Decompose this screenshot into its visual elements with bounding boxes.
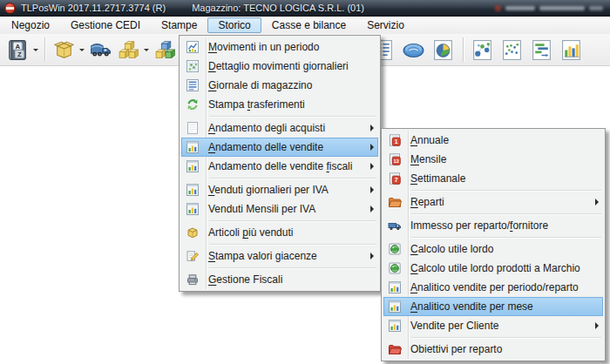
svg-text:12: 12 — [393, 158, 398, 164]
menu-item-obiettivi-per-reparto[interactable]: Obiettivi per reparto — [383, 340, 603, 359]
chart-doc-icon — [186, 40, 200, 54]
plu-oval-icon — [402, 38, 425, 62]
menu-item-vendite-per-cliente[interactable]: Vendite per Cliente — [383, 316, 603, 335]
menubar: NegozioGestione CEDIStampeStoricoCasse e… — [0, 17, 610, 34]
menu-item-dettaglio-movimenti-giornalieri[interactable]: Dettaglio movimenti giornalieri — [181, 57, 378, 76]
menu-item-andamento-degli-acquisti[interactable]: Andamento degli acquisti — [181, 118, 378, 138]
dropdown-arrow-icon[interactable] — [31, 36, 40, 64]
note-pencil-icon — [186, 249, 200, 263]
window-title: TLPosWin 2017.11.2717.3774 (R) — [21, 3, 166, 13]
menu-item-stampa-trasferimenti[interactable]: Stampa trasferimenti — [181, 95, 378, 114]
menu-item-label: Mensile — [410, 153, 599, 165]
menu-separator — [209, 116, 376, 117]
menu-item-label: Annuale — [410, 134, 599, 146]
submenu-arrow-icon — [595, 322, 599, 329]
menu-item-andamento-delle-vendite-fiscali[interactable]: Andamento delle vendite fiscali — [181, 157, 378, 176]
dropdown-arrow-icon[interactable] — [78, 36, 86, 64]
menubar-item-negozio[interactable]: Negozio — [1, 17, 60, 33]
toolbar-button-gantt-chart[interactable] — [527, 36, 555, 64]
truck-sm-icon — [388, 219, 402, 233]
submenu-arrow-icon — [370, 125, 374, 131]
menu-item-label: Reparti — [410, 196, 590, 208]
background-window-ghost — [495, 3, 603, 14]
menu-item-label: Obiettivi per reparto — [410, 343, 599, 355]
menu-item-label: Stampa trasferimenti — [208, 98, 374, 111]
andamento-vendite-submenu: 1Annuale12Mensile7SettimanaleRepartiImme… — [381, 128, 606, 361]
scatter-chart-icon — [500, 38, 524, 62]
calendar-week-icon: 7 — [388, 172, 402, 185]
dropdown-arrow-icon[interactable] — [142, 36, 151, 64]
toolbar-button-plu-oval[interactable] — [399, 36, 427, 64]
cubes-yellow-icon — [117, 38, 140, 62]
storico-dropdown-menu: Movimenti in un periodoDettaglio movimen… — [179, 35, 381, 292]
toolbar-button-bar-chart-doc[interactable] — [557, 36, 585, 64]
toolbar-button-package[interactable] — [50, 36, 78, 64]
profit-globe-icon — [388, 242, 402, 256]
app-icon[interactable] — [4, 3, 16, 14]
toolbar-button-pie-chart[interactable] — [429, 36, 457, 64]
menu-separator — [209, 220, 376, 221]
menu-item-label: Articoli più venduti — [208, 226, 374, 239]
menu-item-label: Andamento degli acquisti — [208, 122, 365, 134]
menu-separator — [411, 337, 601, 338]
menu-item-stampa-valori-giacenze[interactable]: Stampa valori giacenze — [181, 246, 378, 266]
menu-item-mensile[interactable]: 12Mensile — [383, 150, 603, 169]
menu-item-label: Calcolo utile lordo prodotti a Marchio — [410, 262, 599, 274]
package-icon — [52, 38, 76, 62]
menu-item-calcolo-utile-lordo-prodotti-a-marchio[interactable]: Calcolo utile lordo prodotti a Marchio — [383, 259, 603, 278]
menu-item-label: Analitico vendite per mese — [410, 300, 599, 313]
toolbar-right-group — [369, 34, 586, 65]
menu-separator — [209, 178, 376, 179]
menu-item-reparti[interactable]: Reparti — [383, 192, 603, 212]
calendar-month-icon: 12 — [388, 152, 402, 166]
menu-item-calcolo-utile-lordo[interactable]: Calcolo utile lordo — [383, 239, 603, 259]
menubar-item-storico[interactable]: Storico — [207, 17, 261, 33]
transfer-arrows-icon — [186, 98, 200, 111]
menu-item-analitico-vendite-per-periodo-reparto[interactable]: Analitico vendite per periodo/reparto — [383, 278, 603, 297]
toolbar-button-scatter-chart[interactable] — [498, 36, 525, 64]
menu-item-analitico-vendite-per-mese[interactable]: Analitico vendite per mese — [383, 297, 603, 316]
cubes-multi-icon — [153, 38, 177, 62]
bar-chart-doc-icon — [559, 38, 583, 62]
menubar-item-gestione-cedi[interactable]: Gestione CEDI — [60, 17, 151, 33]
menu-item-movimenti-in-un-periodo[interactable]: Movimenti in un periodo — [181, 37, 378, 57]
toolbar-button-az-book[interactable]: AZ — [3, 36, 31, 64]
menu-item-settimanale[interactable]: 7Settimanale — [383, 169, 603, 188]
menu-item-annuale[interactable]: 1Annuale — [383, 131, 603, 150]
menu-item-articoli-pi-venduti[interactable]: Articoli più venduti — [181, 223, 378, 242]
bar-chart-icon — [186, 140, 200, 154]
svg-text:1: 1 — [395, 138, 398, 145]
svg-text:A: A — [15, 42, 20, 50]
toolbar-button-bubble-chart[interactable] — [468, 36, 496, 64]
toolbar-button-truck[interactable] — [86, 36, 114, 64]
menu-item-label: Giornale di magazzino — [208, 79, 374, 91]
menu-item-label: Venduti Mensili per IVA — [208, 203, 365, 215]
bar-chart-icon — [388, 300, 402, 313]
menu-item-giornale-di-magazzino[interactable]: Giornale di magazzino — [181, 76, 378, 95]
toolbar-button-cubes-yellow[interactable] — [114, 36, 142, 64]
menu-item-andamento-delle-vendite[interactable]: Andamento delle vendite — [181, 138, 378, 157]
menu-item-gestione-fiscali[interactable]: Gestione Fiscali — [181, 270, 378, 289]
menu-item-venduti-mensili-per-iva[interactable]: Venduti Mensili per IVA — [181, 199, 378, 219]
titlebar: TLPosWin 2017.11.2717.3774 (R) Magazzino… — [0, 0, 610, 17]
grid-dots-icon — [186, 59, 200, 73]
toolbar-button-cubes-multi[interactable] — [151, 36, 179, 64]
menu-separator — [209, 267, 376, 268]
pie-chart-icon — [431, 38, 455, 62]
menu-separator — [209, 244, 376, 245]
blank-doc-icon — [186, 121, 200, 135]
menubar-item-casse-e-bilance[interactable]: Casse e bilance — [261, 17, 356, 33]
menubar-item-servizio[interactable]: Servizio — [356, 17, 415, 33]
menu-item-label: Settimanale — [410, 172, 599, 185]
submenu-arrow-icon — [370, 144, 374, 151]
menubar-item-stampe[interactable]: Stampe — [151, 17, 207, 33]
fiscal-printer-icon — [186, 273, 200, 286]
menu-separator — [411, 190, 601, 191]
menu-item-venduti-giornalieri-per-iva[interactable]: Venduti giornalieri per IVA — [181, 180, 378, 199]
bar-chart-icon — [388, 280, 402, 294]
toolbar-separator — [463, 37, 464, 62]
menu-item-label: Andamento delle vendite fiscali — [208, 160, 365, 172]
submenu-arrow-icon — [370, 206, 374, 212]
menu-separator — [411, 237, 601, 238]
menu-item-immesso-per-reparto-fornitore[interactable]: Immesso per reparto/fornitore — [383, 216, 603, 235]
